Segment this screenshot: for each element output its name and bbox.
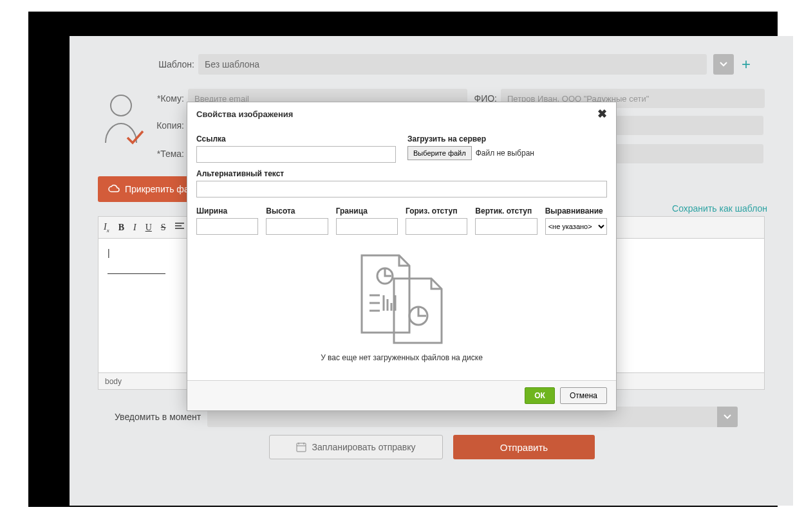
width-input[interactable]	[196, 218, 258, 235]
documents-icon	[344, 248, 460, 344]
template-dropdown-button[interactable]	[713, 54, 734, 75]
bold-button[interactable]: B	[118, 223, 124, 233]
italic-button[interactable]: I	[133, 223, 136, 233]
choose-file-button[interactable]: Выберите файл	[407, 146, 472, 160]
clear-format-button[interactable]: Ix	[104, 222, 109, 234]
underline-button[interactable]: U	[145, 223, 152, 233]
cloud-icon	[108, 185, 120, 194]
avatar	[98, 90, 147, 152]
alt-label: Альтернативный текст	[196, 169, 607, 178]
calendar-icon	[296, 442, 306, 452]
no-file-text: Файл не выбран	[476, 149, 534, 158]
empty-text: У вас еще нет загруженных файлов на диск…	[321, 353, 483, 362]
svg-rect-1	[297, 443, 306, 452]
chevron-down-icon	[723, 412, 732, 421]
dialog-footer: ОК Отмена	[187, 380, 616, 410]
notify-label: Уведомить в момент	[115, 412, 201, 422]
height-label: Высота	[266, 206, 328, 216]
align-select[interactable]: <не указано>	[545, 218, 607, 235]
template-label: Шаблон:	[156, 59, 194, 69]
schedule-label: Запланировать отправку	[312, 442, 415, 452]
schedule-send-button[interactable]: Запланировать отправку	[269, 435, 443, 459]
hspace-input[interactable]	[406, 218, 467, 235]
dialog-title: Свойства изображения	[196, 109, 293, 119]
empty-state: У вас еще нет загруженных файлов на диск…	[196, 235, 607, 369]
vspace-input[interactable]	[475, 218, 537, 235]
dialog-body: Ссылка Загрузить на сервер Выберите файл…	[187, 125, 616, 380]
chevron-down-icon	[719, 60, 728, 69]
upload-label: Загрузить на сервер	[407, 134, 607, 143]
image-properties-dialog: Свойства изображения ✖ Ссылка Загрузить …	[187, 102, 617, 411]
align-button[interactable]	[175, 223, 184, 233]
align-label: Выравнивание	[545, 206, 607, 216]
width-label: Ширина	[196, 206, 258, 216]
send-button[interactable]: Отправить	[453, 435, 595, 459]
add-template-button[interactable]: +	[742, 55, 751, 73]
subject-label: *Тема:	[156, 149, 184, 159]
template-row: Шаблон: Без шаблона +	[156, 54, 751, 75]
cancel-button[interactable]: Отмена	[560, 387, 607, 404]
template-value: Без шаблона	[205, 59, 259, 69]
alt-input[interactable]	[196, 181, 607, 197]
align-icon	[175, 223, 184, 230]
notify-dropdown-button[interactable]	[717, 407, 738, 427]
link-input[interactable]	[196, 146, 396, 163]
save-as-template-link[interactable]: Сохранить как шаблон	[672, 203, 767, 214]
send-label: Отправить	[500, 442, 548, 453]
hspace-label: Гориз. отступ	[406, 206, 467, 216]
dialog-header: Свойства изображения ✖	[187, 102, 616, 125]
svg-point-0	[111, 95, 131, 116]
vspace-label: Вертик. отступ	[475, 206, 537, 216]
close-icon[interactable]: ✖	[597, 107, 607, 121]
link-label: Ссылка	[196, 134, 396, 143]
border-label: Граница	[336, 206, 398, 216]
ok-button[interactable]: ОК	[525, 387, 555, 404]
template-select[interactable]: Без шаблона	[198, 54, 707, 75]
border-input[interactable]	[336, 218, 398, 235]
height-input[interactable]	[266, 218, 328, 235]
strike-button[interactable]: S	[161, 223, 166, 233]
cc-label: Копия:	[156, 120, 184, 131]
to-label: *Кому:	[156, 93, 184, 104]
